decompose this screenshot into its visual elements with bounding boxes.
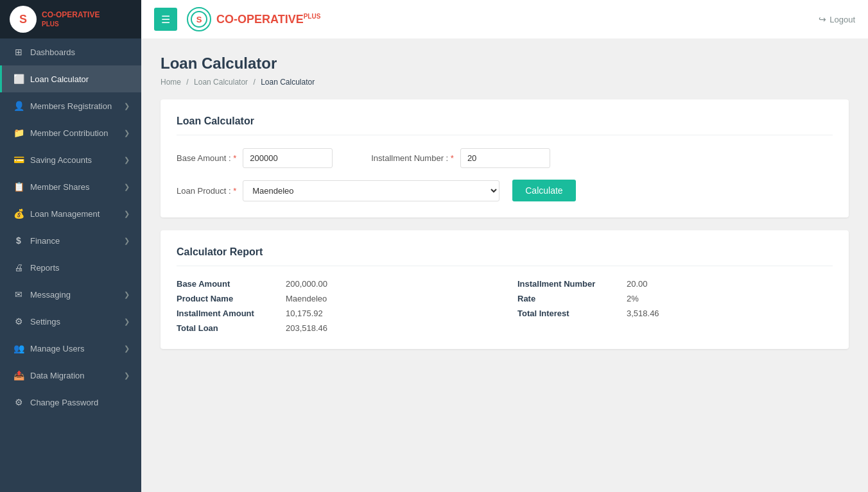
loan-calculator-card: Loan Calculator Base Amount : * Installm… — [161, 99, 849, 217]
settings-icon: ⚙ — [13, 316, 24, 327]
sidebar-item-members-registration[interactable]: 👤 Members Registration ❯ — [0, 92, 141, 119]
report-product-name-label: Product Name — [177, 294, 279, 303]
chevron-icon: ❯ — [124, 237, 130, 245]
finance-icon: $ — [13, 235, 24, 246]
report-base-amount-value: 200,000.00 — [286, 279, 327, 289]
members-icon: 👤 — [13, 101, 24, 111]
contribution-icon: 📁 — [13, 128, 24, 138]
sidebar-item-loan-calculator[interactable]: ⬜ Loan Calculator — [0, 65, 141, 92]
loan-calculator-icon: ⬜ — [13, 74, 24, 84]
chevron-icon: ❯ — [124, 210, 130, 218]
report-right-col: Installment Number 20.00 Rate 2% Total I… — [517, 279, 833, 333]
installment-number-group: Installment Number : * — [371, 148, 550, 168]
loan-product-label: Loan Product : * — [177, 186, 236, 196]
chevron-icon: ❯ — [124, 183, 130, 191]
report-total-interest-value: 3,518.46 — [627, 309, 659, 318]
logout-icon: ↪ — [819, 14, 826, 24]
report-installment-number-row: Installment Number 20.00 — [517, 279, 833, 289]
sidebar-item-member-contribution[interactable]: 📁 Member Contribution ❯ — [0, 119, 141, 146]
brand: S CO-OPERATIVEPLUS — [187, 7, 320, 31]
chevron-icon: ❯ — [124, 291, 130, 299]
sidebar-item-change-password[interactable]: ⚙ Change Password — [0, 389, 141, 416]
migration-icon: 📤 — [13, 370, 24, 380]
chevron-icon: ❯ — [124, 102, 130, 110]
calculate-button[interactable]: Calculate — [512, 180, 575, 201]
sidebar-item-label: Manage Users — [30, 344, 85, 353]
logo-text: CO-OPERATIVE PLUS — [42, 10, 100, 29]
chevron-icon: ❯ — [124, 371, 130, 380]
sidebar-item-label: Member Contribution — [30, 128, 108, 138]
logo-icon: S — [10, 6, 37, 33]
manage-users-icon: 👥 — [13, 343, 24, 353]
breadcrumb-loan-calculator[interactable]: Loan Calculator — [194, 78, 248, 87]
page-title: Loan Calculator — [161, 55, 849, 72]
sidebar-item-saving-accounts[interactable]: 💳 Saving Accounts ❯ — [0, 146, 141, 173]
messaging-icon: ✉ — [13, 289, 24, 300]
report-product-name-row: Product Name Maendeleo — [177, 294, 492, 303]
menu-toggle-button[interactable]: ☰ — [154, 8, 177, 31]
sidebar-item-label: Dashboards — [30, 47, 75, 57]
sidebar-item-member-shares[interactable]: 📋 Member Shares ❯ — [0, 173, 141, 200]
dashboards-icon: ⊞ — [13, 47, 24, 57]
sidebar-item-label: Reports — [30, 263, 60, 273]
report-base-amount-row: Base Amount 200,000.00 — [177, 279, 492, 289]
sidebar-item-label: Finance — [30, 236, 60, 246]
chevron-icon: ❯ — [124, 318, 130, 326]
report-rate-label: Rate — [517, 294, 620, 303]
sidebar-item-settings[interactable]: ⚙ Settings ❯ — [0, 308, 141, 335]
breadcrumb: Home / Loan Calculator / Loan Calculator — [161, 78, 849, 87]
sidebar-item-label: Saving Accounts — [30, 155, 92, 165]
brand-logo-icon: S — [187, 7, 211, 31]
report-grid: Base Amount 200,000.00 Product Name Maen… — [177, 279, 833, 333]
sidebar-item-messaging[interactable]: ✉ Messaging ❯ — [0, 281, 141, 308]
reports-icon: 🖨 — [13, 262, 24, 273]
report-total-loan-row: Total Loan 203,518.46 — [177, 323, 492, 333]
sidebar-item-dashboards[interactable]: ⊞ Dashboards — [0, 38, 141, 65]
sidebar-item-label: Members Registration — [30, 101, 112, 111]
sidebar-item-finance[interactable]: $ Finance ❯ — [0, 227, 141, 254]
chevron-icon: ❯ — [124, 156, 130, 164]
sidebar-item-data-migration[interactable]: 📤 Data Migration ❯ — [0, 362, 141, 389]
report-installment-amount-row: Installment Amount 10,175.92 — [177, 309, 492, 318]
sidebar-item-manage-users[interactable]: 👥 Manage Users ❯ — [0, 335, 141, 362]
saving-icon: 💳 — [13, 155, 24, 165]
sidebar-nav: ⊞ Dashboards ⬜ Loan Calculator 👤 Members… — [0, 38, 141, 492]
sidebar-item-label: Data Migration — [30, 371, 85, 380]
chevron-icon: ❯ — [124, 344, 130, 353]
chevron-icon: ❯ — [124, 129, 130, 137]
shares-icon: 📋 — [13, 182, 24, 192]
installment-number-label: Installment Number : * — [371, 153, 454, 163]
svg-text:S: S — [196, 15, 202, 24]
breadcrumb-home[interactable]: Home — [161, 78, 181, 87]
change-password-icon: ⚙ — [13, 397, 24, 407]
report-base-amount-label: Base Amount — [177, 279, 279, 289]
loan-calculator-card-title: Loan Calculator — [177, 115, 833, 135]
sidebar-item-label: Change Password — [30, 398, 98, 407]
loan-product-select[interactable]: Maendeleo Standard Premium — [243, 180, 499, 201]
sidebar-item-reports[interactable]: 🖨 Reports — [0, 254, 141, 281]
report-total-loan-label: Total Loan — [177, 323, 279, 333]
sidebar-item-label: Messaging — [30, 290, 71, 300]
topbar-left: ☰ S CO-OPERATIVEPLUS — [154, 7, 320, 31]
installment-number-input[interactable] — [460, 148, 550, 168]
sidebar-item-label: Loan Management — [30, 209, 100, 219]
brand-name: CO-OPERATIVEPLUS — [216, 13, 320, 26]
sidebar-logo: S CO-OPERATIVE PLUS — [0, 0, 141, 38]
report-total-loan-value: 203,518.46 — [286, 323, 327, 333]
report-rate-value: 2% — [627, 294, 639, 303]
base-amount-group: Base Amount : * — [177, 148, 333, 168]
topbar: ☰ S CO-OPERATIVEPLUS ↪ Logout — [141, 0, 868, 38]
main-area: ☰ S CO-OPERATIVEPLUS ↪ Logout Loan Calcu… — [141, 0, 868, 492]
sidebar-item-loan-management[interactable]: 💰 Loan Management ❯ — [0, 200, 141, 227]
logout-button[interactable]: ↪ Logout — [819, 14, 855, 24]
report-installment-number-value: 20.00 — [627, 279, 648, 289]
sidebar: S CO-OPERATIVE PLUS ⊞ Dashboards ⬜ Loan … — [0, 0, 141, 492]
report-installment-number-label: Installment Number — [517, 279, 620, 289]
report-left-col: Base Amount 200,000.00 Product Name Maen… — [177, 279, 492, 333]
loan-product-group: Loan Product : * Maendeleo Standard Prem… — [177, 180, 499, 201]
base-amount-input[interactable] — [243, 148, 333, 168]
content-area: Loan Calculator Home / Loan Calculator /… — [141, 38, 868, 492]
sidebar-item-label: Loan Calculator — [30, 74, 89, 84]
report-installment-amount-value: 10,175.92 — [286, 309, 323, 318]
sidebar-item-label: Settings — [30, 317, 60, 327]
